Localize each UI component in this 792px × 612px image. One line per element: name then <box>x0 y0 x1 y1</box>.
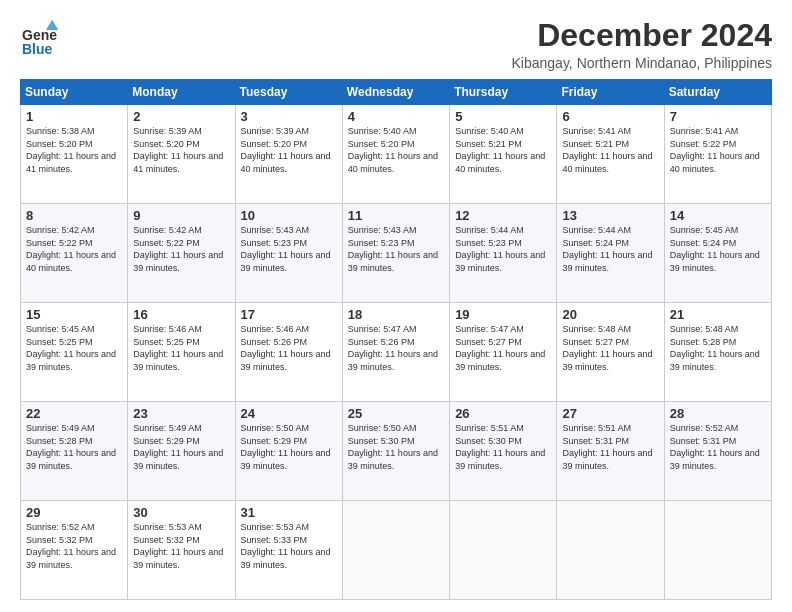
day-number: 24 <box>241 406 337 421</box>
calendar-day-cell: 18Sunrise: 5:47 AMSunset: 5:26 PMDayligh… <box>342 303 449 402</box>
calendar-day-cell: 3Sunrise: 5:39 AMSunset: 5:20 PMDaylight… <box>235 105 342 204</box>
day-number: 3 <box>241 109 337 124</box>
day-info: Sunrise: 5:52 AMSunset: 5:31 PMDaylight:… <box>670 422 766 472</box>
day-number: 19 <box>455 307 551 322</box>
day-number: 31 <box>241 505 337 520</box>
day-number: 10 <box>241 208 337 223</box>
day-info: Sunrise: 5:40 AMSunset: 5:21 PMDaylight:… <box>455 125 551 175</box>
calendar-day-cell: 16Sunrise: 5:46 AMSunset: 5:25 PMDayligh… <box>128 303 235 402</box>
day-info: Sunrise: 5:47 AMSunset: 5:26 PMDaylight:… <box>348 323 444 373</box>
day-number: 9 <box>133 208 229 223</box>
svg-text:Blue: Blue <box>22 41 53 56</box>
day-info: Sunrise: 5:49 AMSunset: 5:29 PMDaylight:… <box>133 422 229 472</box>
calendar-day-cell: 31Sunrise: 5:53 AMSunset: 5:33 PMDayligh… <box>235 501 342 600</box>
day-info: Sunrise: 5:51 AMSunset: 5:30 PMDaylight:… <box>455 422 551 472</box>
month-title: December 2024 <box>512 18 772 53</box>
calendar-day-cell: 7Sunrise: 5:41 AMSunset: 5:22 PMDaylight… <box>664 105 771 204</box>
calendar-day-cell: 25Sunrise: 5:50 AMSunset: 5:30 PMDayligh… <box>342 402 449 501</box>
calendar-day-cell: 14Sunrise: 5:45 AMSunset: 5:24 PMDayligh… <box>664 204 771 303</box>
calendar-header-row: SundayMondayTuesdayWednesdayThursdayFrid… <box>21 80 772 105</box>
calendar-day-cell: 1Sunrise: 5:38 AMSunset: 5:20 PMDaylight… <box>21 105 128 204</box>
calendar-day-cell: 17Sunrise: 5:46 AMSunset: 5:26 PMDayligh… <box>235 303 342 402</box>
calendar-week-row: 1Sunrise: 5:38 AMSunset: 5:20 PMDaylight… <box>21 105 772 204</box>
calendar-day-cell: 21Sunrise: 5:48 AMSunset: 5:28 PMDayligh… <box>664 303 771 402</box>
calendar-day-cell: 13Sunrise: 5:44 AMSunset: 5:24 PMDayligh… <box>557 204 664 303</box>
title-block: December 2024 Kibangay, Northern Mindana… <box>512 18 772 71</box>
day-number: 20 <box>562 307 658 322</box>
day-info: Sunrise: 5:39 AMSunset: 5:20 PMDaylight:… <box>241 125 337 175</box>
day-number: 17 <box>241 307 337 322</box>
day-number: 29 <box>26 505 122 520</box>
calendar-week-row: 15Sunrise: 5:45 AMSunset: 5:25 PMDayligh… <box>21 303 772 402</box>
calendar-day-cell: 26Sunrise: 5:51 AMSunset: 5:30 PMDayligh… <box>450 402 557 501</box>
day-info: Sunrise: 5:47 AMSunset: 5:27 PMDaylight:… <box>455 323 551 373</box>
calendar-day-cell <box>557 501 664 600</box>
day-info: Sunrise: 5:42 AMSunset: 5:22 PMDaylight:… <box>26 224 122 274</box>
day-info: Sunrise: 5:53 AMSunset: 5:32 PMDaylight:… <box>133 521 229 571</box>
logo-icon: General Blue <box>20 18 58 56</box>
day-number: 11 <box>348 208 444 223</box>
day-info: Sunrise: 5:42 AMSunset: 5:22 PMDaylight:… <box>133 224 229 274</box>
day-number: 4 <box>348 109 444 124</box>
day-number: 23 <box>133 406 229 421</box>
day-number: 1 <box>26 109 122 124</box>
calendar-day-cell: 11Sunrise: 5:43 AMSunset: 5:23 PMDayligh… <box>342 204 449 303</box>
calendar-day-cell <box>450 501 557 600</box>
calendar-day-cell: 4Sunrise: 5:40 AMSunset: 5:20 PMDaylight… <box>342 105 449 204</box>
day-number: 14 <box>670 208 766 223</box>
calendar-week-row: 22Sunrise: 5:49 AMSunset: 5:28 PMDayligh… <box>21 402 772 501</box>
logo: General Blue <box>20 18 58 56</box>
calendar-day-cell: 30Sunrise: 5:53 AMSunset: 5:32 PMDayligh… <box>128 501 235 600</box>
calendar-header-cell: Tuesday <box>235 80 342 105</box>
day-number: 16 <box>133 307 229 322</box>
calendar-day-cell: 29Sunrise: 5:52 AMSunset: 5:32 PMDayligh… <box>21 501 128 600</box>
day-number: 8 <box>26 208 122 223</box>
day-number: 30 <box>133 505 229 520</box>
day-info: Sunrise: 5:52 AMSunset: 5:32 PMDaylight:… <box>26 521 122 571</box>
calendar-day-cell <box>342 501 449 600</box>
svg-marker-3 <box>46 20 58 30</box>
calendar-day-cell: 15Sunrise: 5:45 AMSunset: 5:25 PMDayligh… <box>21 303 128 402</box>
day-info: Sunrise: 5:48 AMSunset: 5:27 PMDaylight:… <box>562 323 658 373</box>
day-number: 28 <box>670 406 766 421</box>
location: Kibangay, Northern Mindanao, Philippines <box>512 55 772 71</box>
calendar-day-cell: 10Sunrise: 5:43 AMSunset: 5:23 PMDayligh… <box>235 204 342 303</box>
day-number: 2 <box>133 109 229 124</box>
calendar-day-cell: 28Sunrise: 5:52 AMSunset: 5:31 PMDayligh… <box>664 402 771 501</box>
day-number: 26 <box>455 406 551 421</box>
calendar-day-cell: 12Sunrise: 5:44 AMSunset: 5:23 PMDayligh… <box>450 204 557 303</box>
day-info: Sunrise: 5:44 AMSunset: 5:23 PMDaylight:… <box>455 224 551 274</box>
calendar-day-cell: 24Sunrise: 5:50 AMSunset: 5:29 PMDayligh… <box>235 402 342 501</box>
calendar-header-cell: Thursday <box>450 80 557 105</box>
day-info: Sunrise: 5:51 AMSunset: 5:31 PMDaylight:… <box>562 422 658 472</box>
day-number: 12 <box>455 208 551 223</box>
page: General Blue December 2024 Kibangay, Nor… <box>0 0 792 612</box>
calendar-header-cell: Sunday <box>21 80 128 105</box>
day-info: Sunrise: 5:40 AMSunset: 5:20 PMDaylight:… <box>348 125 444 175</box>
day-info: Sunrise: 5:38 AMSunset: 5:20 PMDaylight:… <box>26 125 122 175</box>
day-info: Sunrise: 5:45 AMSunset: 5:24 PMDaylight:… <box>670 224 766 274</box>
calendar-day-cell: 5Sunrise: 5:40 AMSunset: 5:21 PMDaylight… <box>450 105 557 204</box>
calendar-day-cell: 23Sunrise: 5:49 AMSunset: 5:29 PMDayligh… <box>128 402 235 501</box>
day-info: Sunrise: 5:46 AMSunset: 5:26 PMDaylight:… <box>241 323 337 373</box>
day-info: Sunrise: 5:41 AMSunset: 5:21 PMDaylight:… <box>562 125 658 175</box>
day-info: Sunrise: 5:44 AMSunset: 5:24 PMDaylight:… <box>562 224 658 274</box>
day-info: Sunrise: 5:50 AMSunset: 5:29 PMDaylight:… <box>241 422 337 472</box>
day-info: Sunrise: 5:49 AMSunset: 5:28 PMDaylight:… <box>26 422 122 472</box>
day-number: 13 <box>562 208 658 223</box>
day-number: 22 <box>26 406 122 421</box>
calendar-header-cell: Friday <box>557 80 664 105</box>
day-number: 27 <box>562 406 658 421</box>
calendar-day-cell <box>664 501 771 600</box>
day-number: 5 <box>455 109 551 124</box>
day-info: Sunrise: 5:43 AMSunset: 5:23 PMDaylight:… <box>241 224 337 274</box>
calendar-day-cell: 8Sunrise: 5:42 AMSunset: 5:22 PMDaylight… <box>21 204 128 303</box>
calendar-header-cell: Monday <box>128 80 235 105</box>
calendar-header-cell: Wednesday <box>342 80 449 105</box>
day-info: Sunrise: 5:39 AMSunset: 5:20 PMDaylight:… <box>133 125 229 175</box>
calendar-day-cell: 6Sunrise: 5:41 AMSunset: 5:21 PMDaylight… <box>557 105 664 204</box>
day-number: 21 <box>670 307 766 322</box>
calendar-day-cell: 19Sunrise: 5:47 AMSunset: 5:27 PMDayligh… <box>450 303 557 402</box>
day-number: 25 <box>348 406 444 421</box>
day-number: 6 <box>562 109 658 124</box>
